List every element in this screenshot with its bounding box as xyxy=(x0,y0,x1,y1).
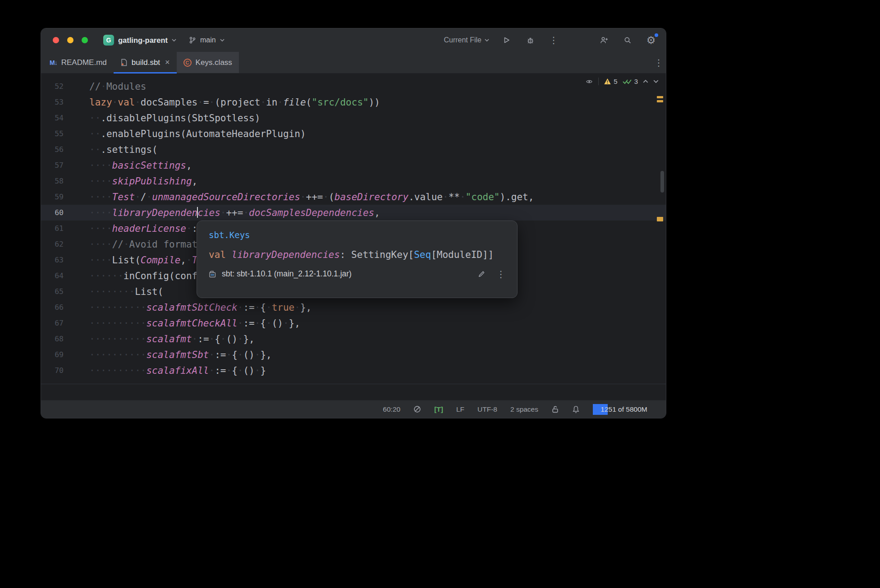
code-with-me-button[interactable] xyxy=(598,34,610,46)
inspections-separator xyxy=(598,78,599,85)
chevron-down-icon xyxy=(220,39,225,41)
branch-name: main xyxy=(200,36,216,44)
line-number: 69 xyxy=(41,350,64,359)
edit-source-pencil-icon[interactable] xyxy=(478,270,486,278)
inspections-widget[interactable]: 5 3 xyxy=(585,78,659,85)
highlighting-level-widget[interactable] xyxy=(413,405,421,413)
close-tab-button[interactable]: × xyxy=(165,58,170,67)
window-header: G gatling-parent main Current File xyxy=(41,28,666,52)
bug-icon xyxy=(527,37,534,44)
code-line-55[interactable]: 55··.enablePlugins(AutomateHeaderPlugin) xyxy=(41,126,666,142)
line-number: 52 xyxy=(41,82,64,91)
project-selector[interactable]: G gatling-parent xyxy=(103,35,176,46)
code-line-57[interactable]: 57····basicSettings, xyxy=(41,157,666,173)
warnings-count: 5 xyxy=(614,78,617,85)
line-number: 62 xyxy=(41,240,64,248)
status-bar: 60:20 [T] LF UTF-8 2 spaces 1251 of 5800 xyxy=(41,400,666,418)
cursor-position-widget[interactable]: 60:20 xyxy=(383,405,400,413)
debug-button[interactable] xyxy=(524,34,536,46)
code-line-67[interactable]: 67··········scalafmtCheckAll·:=·{·()·}, xyxy=(41,315,666,331)
project-icon: G xyxy=(103,35,114,46)
code-line-54[interactable]: 54··.disablePlugins(SbtSpotless) xyxy=(41,110,666,126)
warnings-indicator[interactable]: 5 xyxy=(604,78,617,85)
tab-label: build.sbt xyxy=(132,58,160,67)
encoding-widget[interactable]: UTF-8 xyxy=(477,405,497,413)
line-number: 63 xyxy=(41,256,64,264)
previous-problem-chevron-up-icon[interactable] xyxy=(643,80,648,83)
error-stripe-mark[interactable] xyxy=(657,217,663,221)
double-check-icon xyxy=(623,78,632,85)
line-number: 57 xyxy=(41,161,64,170)
code-line-52[interactable]: 52//·Modules xyxy=(41,78,666,94)
line-number: 68 xyxy=(41,335,64,343)
line-number: 60 xyxy=(41,208,64,217)
run-configuration-selector[interactable]: Current File xyxy=(444,36,489,44)
settings-button[interactable]: ⚙ xyxy=(645,34,657,46)
passed-count: 3 xyxy=(634,78,638,85)
indent-widget[interactable]: 2 spaces xyxy=(510,405,538,413)
code-line-70[interactable]: 70··········scalafixAll·:=·{·()·} xyxy=(41,363,666,378)
tab-readme-md[interactable]: M↓ README.md xyxy=(41,52,114,73)
error-stripe-mark[interactable] xyxy=(657,100,663,102)
line-number: 58 xyxy=(41,177,64,185)
settings-update-dot xyxy=(655,33,658,37)
run-button[interactable] xyxy=(501,34,513,46)
reader-mode-eye-icon[interactable] xyxy=(585,78,593,85)
minimize-window-button[interactable] xyxy=(67,37,73,43)
scrollbar-thumb[interactable] xyxy=(660,171,664,193)
passed-checks-indicator[interactable]: 3 xyxy=(623,78,638,85)
tab-label: README.md xyxy=(61,58,107,67)
editor-pane[interactable]: 52//·Modules53lazy·val·docSamples·=·(pro… xyxy=(41,74,666,400)
popup-namespace: sbt.Keys xyxy=(209,230,505,240)
popup-origin: sbt: sbt-1.10.1 (main_2.12-1.10.1.jar) xyxy=(222,269,352,279)
close-window-button[interactable] xyxy=(53,37,59,43)
line-number: 67 xyxy=(41,319,64,327)
line-number: 64 xyxy=(41,271,64,280)
line-number: 55 xyxy=(41,129,64,138)
sbt-file-icon xyxy=(120,59,128,66)
readonly-lock-widget[interactable] xyxy=(551,405,559,413)
search-everywhere-button[interactable] xyxy=(622,34,633,46)
code-line-60[interactable]: 60····libraryDependencies·++=·docSamples… xyxy=(41,205,666,220)
warning-triangle-icon xyxy=(604,78,611,85)
popup-more-button[interactable]: ⋮ xyxy=(496,270,505,279)
code-line-56[interactable]: 56··.settings( xyxy=(41,142,666,157)
line-separator-widget[interactable]: LF xyxy=(456,405,464,413)
code-line-69[interactable]: 69··········scalafmtSbt·:=·{·()·}, xyxy=(41,347,666,363)
unlocked-padlock-icon xyxy=(551,405,559,413)
code-line-59[interactable]: 59····Test·/·unmanagedSourceDirectories·… xyxy=(41,189,666,205)
library-jar-icon xyxy=(209,270,217,278)
line-number: 65 xyxy=(41,287,64,296)
next-problem-chevron-down-icon[interactable] xyxy=(653,80,659,83)
tab-list-button[interactable]: ⋮ xyxy=(654,57,666,69)
tab-label: Keys.class xyxy=(196,58,232,67)
zoom-window-button[interactable] xyxy=(82,37,88,43)
code-line-66[interactable]: 66··········scalafmtSbtCheck·:=·{·true·}… xyxy=(41,299,666,315)
code-line-53[interactable]: 53lazy·val·docSamples·=·(project·in·file… xyxy=(41,94,666,110)
line-number: 61 xyxy=(41,224,64,233)
type-hints-widget[interactable]: [T] xyxy=(434,405,443,413)
play-icon xyxy=(503,37,510,44)
search-icon xyxy=(624,37,632,44)
memory-indicator[interactable]: 1251 of 5800M xyxy=(593,403,655,416)
error-stripe-mark[interactable] xyxy=(657,96,663,98)
tab-build-sbt[interactable]: build.sbt × xyxy=(114,52,177,73)
project-name: gatling-parent xyxy=(118,36,168,45)
run-configuration-label: Current File xyxy=(444,36,481,44)
chevron-down-icon xyxy=(172,39,176,41)
code-line-68[interactable]: 68··········scalafmt·:=·{·()·}, xyxy=(41,331,666,347)
editor-tab-bar: M↓ README.md build.sbt × C Keys.class ⋮ xyxy=(41,52,666,74)
line-number: 66 xyxy=(41,303,64,312)
code-line-58[interactable]: 58····skipPublishing, xyxy=(41,173,666,189)
popup-signature: val libraryDependencies: SettingKey[Seq[… xyxy=(209,249,505,260)
tab-keys-class[interactable]: C Keys.class xyxy=(177,52,239,73)
quick-documentation-popup: sbt.Keys val libraryDependencies: Settin… xyxy=(197,220,518,298)
chevron-down-icon xyxy=(485,39,489,41)
more-actions-button[interactable]: ⋮ xyxy=(548,34,559,46)
vcs-branch-selector[interactable]: main xyxy=(189,36,225,44)
circle-slash-icon xyxy=(413,405,421,413)
notifications-widget[interactable] xyxy=(572,405,580,413)
add-user-icon xyxy=(600,37,608,44)
class-icon: C xyxy=(183,59,192,67)
bell-icon xyxy=(572,405,580,413)
